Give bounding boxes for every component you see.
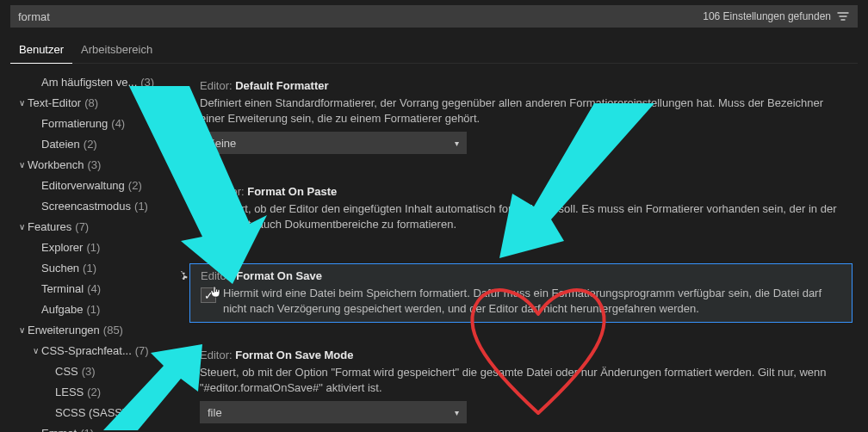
setting-default-formatter: Editor: Default Formatter Definiert eine… [189,74,852,159]
chevron-down-icon: ▾ [455,408,459,417]
setting-title: Editor: Format On Save Mode [200,349,842,361]
toc-item[interactable]: LESS(2) [14,382,181,403]
toc-item-count: (2) [129,404,143,422]
format-on-save-checkbox[interactable] [201,287,216,303]
toc-item-count: (3) [82,363,96,380]
setting-description: Definiert einen Standardformatierer, der… [200,96,842,127]
toc-item[interactable]: ∨Erweiterungen(85) [14,320,181,341]
toc-item-count: (3) [88,157,102,174]
settings-list: Editor: Default Formatter Definiert eine… [181,64,868,432]
filter-icon[interactable] [836,9,850,23]
setting-prefix: Editor: [212,185,245,198]
setting-title: Editor: Default Formatter [200,79,842,92]
toc-item-count: (3) [140,74,154,91]
toc-item-label: Dateien [41,136,80,153]
setting-prefix: Editor: [200,349,232,361]
toc-item-label: Erweiterungen [28,322,100,339]
tab-workspace[interactable]: Arbeitsbereich [72,36,161,63]
toc-item-count: (85) [103,322,123,339]
toc-item[interactable]: CSS(3) [14,361,181,382]
chevron-down-icon: ∨ [16,219,28,236]
toc-item[interactable]: Formatierung(4) [14,114,181,134]
select-value: file [208,406,222,419]
setting-name: Format On Save [236,269,322,282]
toc-item-label: LESS [55,384,84,401]
toc-item[interactable]: Screencastmodus(1) [14,196,181,217]
toc-item[interactable]: Explorer(1) [14,238,181,258]
toc-item-count: (1) [86,301,100,318]
toc-item[interactable]: ∨Text-Editor(8) [14,93,181,114]
toc-item-count: (2) [84,136,97,153]
toc-item-label: Am häufigsten ve... [41,74,137,91]
toc-item-count: (7) [75,219,89,236]
toc-item[interactable]: SCSS (SASS)(2) [14,403,181,423]
setting-prefix: Editor: [200,79,232,92]
toc-item-count: (2) [128,177,142,194]
setting-name: Format On Paste [247,185,337,198]
settings-search-input[interactable] [18,10,703,23]
setting-name: Default Formatter [235,79,328,92]
setting-format-on-save[interactable]: Editor: Format On Save Hiermit wird eine… [189,263,852,323]
setting-description: Steuert, ob mit der Option "Format wird … [200,365,842,396]
settings-toc: Am häufigsten ve...(3)∨Text-Editor(8)For… [0,64,181,432]
setting-format-on-save-mode: Editor: Format On Save Mode Steuert, ob … [189,343,852,429]
toc-item-label: CSS-Sprachfeat... [41,343,132,360]
toc-item-label: Screencastmodus [41,198,131,215]
toc-item[interactable]: Terminal(4) [14,279,181,299]
toc-item[interactable]: Suchen(1) [14,258,181,279]
chevron-down-icon: ∨ [16,95,28,112]
toc-item-label: Emmet [41,425,77,432]
toc-item-label: Explorer [41,239,83,256]
setting-description: Steuert, ob der Editor den eingefügten I… [212,201,842,232]
toc-item[interactable]: ∨Workbench(3) [14,155,181,176]
toc-item-label: SCSS (SASS) [55,404,126,422]
settings-scope-tabs: Benutzer Arbeitsbereich [10,36,858,64]
chevron-down-icon: ∨ [29,343,41,360]
tab-user[interactable]: Benutzer [10,36,72,64]
toc-item-count: (4) [87,281,101,298]
chevron-down-icon: ∨ [16,322,28,339]
toc-item-label: Workbench [28,157,84,174]
toc-item-count: (7) [135,343,149,360]
setting-prefix: Editor: [201,269,233,282]
toc-item[interactable]: ∨Features(7) [14,217,181,238]
default-formatter-select[interactable]: Keine ▾ [200,132,467,154]
toc-item[interactable]: ∨CSS-Sprachfeat...(7) [14,341,181,361]
toc-item[interactable]: Am häufigsten ve...(3) [14,72,181,93]
settings-search-bar[interactable]: 106 Einstellungen gefunden [10,5,858,28]
toc-item-label: CSS [55,363,78,380]
toc-item-label: Text-Editor [28,95,81,112]
search-result-count: 106 Einstellungen gefunden [703,10,831,22]
toc-item-count: (4) [111,115,125,133]
chevron-down-icon: ∨ [16,157,28,174]
toc-item[interactable]: Editorverwaltung(2) [14,176,181,196]
setting-title: Editor: Format On Paste [212,185,842,198]
setting-name: Format On Save Mode [235,349,353,361]
toc-item-label: Aufgabe [41,301,83,318]
toc-item-count: (8) [84,95,98,112]
toc-item-label: Editorverwaltung [41,177,125,194]
toc-item-count: (1) [83,260,96,277]
toc-item-count: (1) [86,239,100,256]
toc-item-count: (1) [134,198,148,215]
chevron-down-icon: ▾ [455,139,459,148]
toc-item-label: Suchen [41,260,79,277]
toc-item[interactable]: Emmet(1) [14,423,181,432]
toc-item[interactable]: Dateien(2) [14,134,181,155]
toc-item[interactable]: Aufgabe(1) [14,299,181,320]
setting-description: Hiermit wird eine Datei beim Speichern f… [223,286,841,317]
setting-title: Editor: Format On Save [201,269,841,282]
toc-item-label: Features [28,219,71,236]
format-on-save-mode-select[interactable]: file ▾ [200,401,467,423]
select-value: Keine [208,137,236,150]
toc-item-label: Formatierung [41,115,108,133]
toc-item-label: Terminal [41,281,84,298]
toc-item-count: (1) [80,425,94,432]
gear-icon[interactable] [181,269,188,285]
toc-item-count: (2) [87,384,101,401]
setting-format-on-paste: Editor: Format On Paste Steuert, ob der … [189,180,852,243]
